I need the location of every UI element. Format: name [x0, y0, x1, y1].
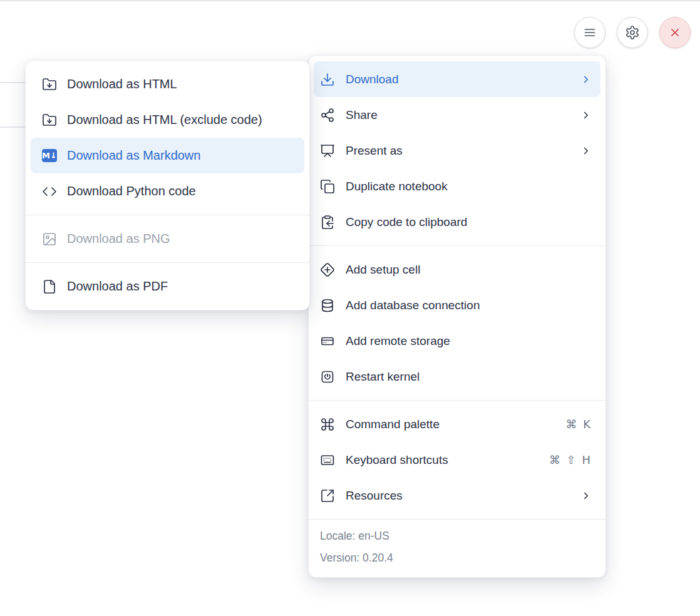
menu-group: Command palette ⌘ K Keyboard shortcuts ⌘… — [309, 401, 605, 519]
gear-icon — [625, 25, 640, 40]
menu-item-download-markdown[interactable]: M↓ Download as Markdown — [31, 138, 304, 173]
page-top-border — [0, 0, 700, 1]
menu-item-command-palette[interactable]: Command palette ⌘ K — [314, 406, 600, 442]
menu-item-add-remote-storage[interactable]: Add remote storage — [314, 323, 600, 359]
external-link-icon — [320, 488, 335, 503]
close-icon — [667, 25, 682, 40]
menu-item-label: Keyboard shortcuts — [346, 453, 448, 467]
file-icon — [42, 279, 57, 294]
download-submenu: Download as HTML Download as HTML (exclu… — [25, 60, 310, 311]
menu-item-label: Resources — [346, 489, 403, 503]
menu-footer: Locale: en-US Version: 0.20.4 — [309, 520, 605, 577]
menu-item-label: Command palette — [346, 418, 440, 431]
menu-item-label: Restart kernel — [346, 370, 419, 384]
copy-icon — [320, 179, 335, 194]
markdown-icon: M↓ — [42, 148, 57, 163]
command-icon — [320, 417, 335, 432]
menu-item-download-python-code[interactable]: Download Python code — [31, 173, 304, 209]
menu-item-add-setup-cell[interactable]: Add setup cell — [314, 252, 600, 287]
menu-item-label: Duplicate notebook — [346, 180, 448, 193]
folder-down-icon — [42, 113, 57, 128]
folder-down-icon — [42, 77, 57, 92]
notebook-toolbar — [574, 17, 691, 48]
chevron-right-icon — [580, 74, 592, 85]
shortcut-hint: ⌘ ⇧ H — [549, 453, 592, 466]
presentation-icon — [320, 143, 335, 158]
menu-item-label: Copy code to clipboard — [346, 215, 467, 229]
locale-text: Locale: en-US — [320, 525, 594, 547]
menu-item-present-as[interactable]: Present as — [314, 133, 600, 168]
menu-group: Download as PNG — [26, 215, 309, 262]
menu-item-download-png: Download as PNG — [31, 221, 304, 257]
menu-item-label: Download as PNG — [67, 232, 170, 246]
keyboard-icon — [320, 453, 335, 468]
menu-item-label: Add setup cell — [346, 263, 420, 277]
menu-group: Add setup cell Add database connection A… — [309, 246, 605, 400]
menu-group: Download Share Present as Duplicate note… — [309, 56, 605, 245]
menu-item-copy-code[interactable]: Copy code to clipboard — [314, 204, 600, 240]
menu-item-add-database-connection[interactable]: Add database connection — [314, 287, 600, 323]
menu-group: Download as PDF — [26, 263, 309, 310]
power-icon — [320, 369, 335, 384]
version-text: Version: 0.20.4 — [320, 547, 594, 569]
shortcut-hint: ⌘ K — [565, 418, 592, 431]
menu-item-label: Download as HTML — [67, 77, 177, 91]
menu-item-label: Share — [346, 108, 378, 122]
menu-item-download-html[interactable]: Download as HTML — [31, 66, 304, 102]
download-icon — [320, 72, 335, 87]
hamburger-icon — [582, 25, 597, 40]
menu-item-download-pdf[interactable]: Download as PDF — [31, 269, 304, 304]
storage-drive-icon — [320, 334, 335, 349]
chevron-right-icon — [580, 145, 592, 157]
menu-item-download-html-exclude-code[interactable]: Download as HTML (exclude code) — [31, 102, 304, 138]
code-icon — [42, 184, 57, 199]
image-icon — [42, 232, 57, 247]
background-cell-border — [0, 126, 26, 128]
menu-item-label: Present as — [346, 144, 403, 158]
menu-item-label: Add remote storage — [346, 334, 450, 348]
menu-item-label: Add database connection — [346, 299, 480, 312]
shutdown-button[interactable] — [659, 17, 691, 48]
settings-button[interactable] — [617, 17, 648, 48]
menu-item-restart-kernel[interactable]: Restart kernel — [314, 359, 600, 394]
menu-item-label: Download Python code — [67, 184, 196, 198]
background-cell-border — [0, 82, 26, 83]
clipboard-copy-icon — [320, 215, 335, 230]
diamond-plus-icon — [320, 262, 335, 277]
menu-item-label: Download as PDF — [67, 279, 168, 294]
menu-item-label: Download as HTML (exclude code) — [67, 113, 262, 127]
notebook-actions-menu: Download Share Present as Duplicate note… — [308, 55, 606, 578]
menu-item-download[interactable]: Download — [314, 61, 600, 97]
database-icon — [320, 298, 335, 313]
menu-item-keyboard-shortcuts[interactable]: Keyboard shortcuts ⌘ ⇧ H — [314, 442, 600, 478]
chevron-right-icon — [580, 490, 592, 501]
notebook-menu-button[interactable] — [574, 17, 605, 48]
menu-group: Download as HTML Download as HTML (exclu… — [26, 61, 309, 215]
menu-item-duplicate-notebook[interactable]: Duplicate notebook — [314, 168, 600, 204]
menu-item-label: Download as Markdown — [67, 148, 200, 163]
menu-item-label: Download — [346, 73, 399, 86]
menu-item-resources[interactable]: Resources — [314, 478, 600, 513]
menu-item-share[interactable]: Share — [314, 97, 600, 133]
chevron-right-icon — [580, 110, 592, 121]
share-icon — [320, 108, 335, 123]
